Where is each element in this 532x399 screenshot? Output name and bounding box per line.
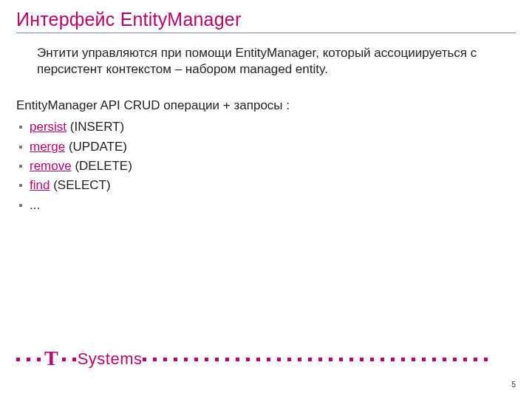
dot-icon xyxy=(298,358,301,361)
dot-icon xyxy=(474,358,477,361)
crud-list: persist (INSERT) merge (UPDATE) remove (… xyxy=(16,117,516,215)
dot-icon xyxy=(349,358,353,361)
dot-icon xyxy=(381,358,384,361)
dot-icon xyxy=(225,358,229,361)
logo-t-glyph: T xyxy=(44,348,58,369)
dot-icon xyxy=(163,358,167,361)
footer-dots-mid xyxy=(62,358,76,361)
dot-icon xyxy=(401,358,405,361)
list-item-suffix: (SELECT) xyxy=(50,178,110,192)
dot-icon xyxy=(153,358,157,361)
dot-icon xyxy=(194,358,198,361)
list-item-suffix: (UPDATE) xyxy=(65,140,127,154)
dot-icon xyxy=(484,358,488,361)
dot-icon xyxy=(215,358,219,361)
dot-icon xyxy=(360,358,364,361)
dot-icon xyxy=(308,358,312,361)
api-link-find[interactable]: find xyxy=(30,178,50,192)
footer: T Systems xyxy=(0,347,532,371)
dot-icon xyxy=(267,358,270,361)
list-item: ... xyxy=(16,196,516,215)
dot-icon xyxy=(339,358,343,361)
dot-icon xyxy=(277,358,281,361)
dot-icon xyxy=(246,358,250,361)
intro-paragraph: Энтити управляются при помощи EntityMana… xyxy=(16,45,516,78)
dot-icon xyxy=(422,358,426,361)
list-item-suffix: (DELETE) xyxy=(72,159,132,173)
list-item: persist (INSERT) xyxy=(16,117,516,137)
page-number: 5 xyxy=(511,381,516,389)
list-item-suffix: (INSERT) xyxy=(66,120,124,134)
list-item: remove (DELETE) xyxy=(16,157,516,176)
title-rule xyxy=(16,33,516,33)
footer-dots-left xyxy=(16,358,41,361)
dot-icon xyxy=(370,358,374,361)
dot-icon xyxy=(256,358,260,361)
api-link-merge[interactable]: merge xyxy=(30,140,65,154)
page-title: Интерфейс EntityManager xyxy=(16,9,516,33)
dot-icon xyxy=(453,358,457,361)
dot-icon xyxy=(236,358,239,361)
dot-icon xyxy=(391,358,395,361)
dot-icon xyxy=(463,358,467,361)
dot-icon xyxy=(329,358,332,361)
dot-icon xyxy=(37,358,41,361)
footer-dots-right xyxy=(143,358,516,361)
t-systems-logo: T xyxy=(44,349,58,369)
dot-icon xyxy=(443,358,446,361)
list-item: merge (UPDATE) xyxy=(16,137,516,157)
dot-icon xyxy=(16,358,20,361)
list-item: find (SELECT) xyxy=(16,176,516,195)
dot-icon xyxy=(184,358,188,361)
logo-systems-text: Systems xyxy=(78,349,143,369)
dot-icon xyxy=(412,358,415,361)
dot-icon xyxy=(287,358,291,361)
dot-icon xyxy=(174,358,177,361)
dot-icon xyxy=(318,358,322,361)
dot-icon xyxy=(432,358,436,361)
api-subheading: EntityManager API CRUD операции + запрос… xyxy=(16,98,516,113)
list-item-suffix: ... xyxy=(30,198,40,212)
dot-icon xyxy=(143,358,146,361)
dot-icon xyxy=(205,358,208,361)
slide: Интерфейс EntityManager Энтити управляют… xyxy=(0,0,532,399)
dot-icon xyxy=(72,358,76,361)
api-link-persist[interactable]: persist xyxy=(30,120,66,134)
api-link-remove[interactable]: remove xyxy=(30,159,72,173)
dot-icon xyxy=(62,358,66,361)
dot-icon xyxy=(27,358,30,361)
